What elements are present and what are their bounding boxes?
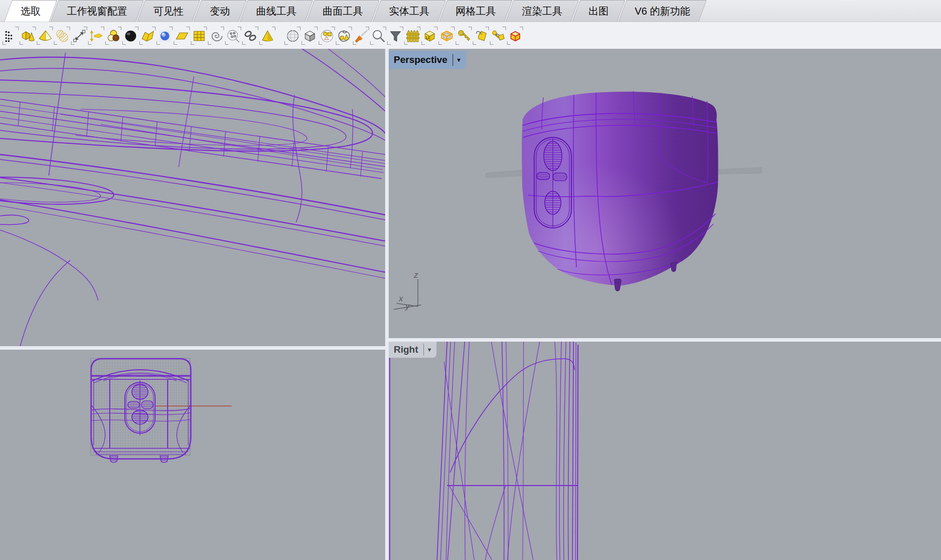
chevron-down-icon[interactable]: ▼: [427, 347, 437, 353]
viewport-bottom-left[interactable]: [0, 350, 385, 560]
axis-y-label: y: [405, 301, 410, 311]
pyramid-icon[interactable]: [259, 25, 276, 46]
lasso-shapes-icon: [337, 29, 351, 43]
parallelogram-icon: [175, 29, 189, 43]
black-sphere-icon[interactable]: [122, 25, 139, 46]
tab-v6-new-features[interactable]: V6 的新功能: [618, 0, 707, 22]
shiny-sphere-icon[interactable]: [156, 25, 173, 46]
tab-label: 出图: [589, 5, 609, 18]
folded-surface-icon: [140, 29, 155, 43]
paintbrush-icon: [354, 29, 369, 43]
black-sphere-icon: [123, 29, 138, 43]
chain-icon[interactable]: [242, 25, 259, 46]
tab-label: 工作视窗配置: [67, 5, 127, 18]
funnel-icon: [388, 29, 403, 43]
viewport-title-right[interactable]: Right ▼: [389, 342, 437, 358]
tab-surface-tools[interactable]: 曲面工具: [306, 0, 380, 22]
key-tag-icon[interactable]: [489, 25, 506, 46]
viewport-top-left[interactable]: [0, 49, 385, 346]
dimension-hand-icon: [89, 29, 104, 43]
tab-label: 可见性: [154, 5, 184, 18]
tab-label: 实体工具: [389, 5, 429, 18]
tab-layout[interactable]: 出图: [572, 0, 625, 22]
shape-set-circle-icon: [320, 29, 334, 43]
axis-x-label: x: [398, 294, 403, 303]
label-divider: [453, 54, 453, 66]
wireframe-right-view: [389, 342, 941, 560]
key-icon[interactable]: [455, 25, 472, 46]
tab-curve-tools[interactable]: 曲线工具: [240, 0, 313, 22]
wireframe-top-left: [0, 49, 385, 346]
dotted-circle-icon[interactable]: [225, 25, 242, 46]
points-grid-icon[interactable]: [2, 25, 19, 46]
tab-mesh-tools[interactable]: 网格工具: [439, 0, 513, 22]
hatched-circles-icon[interactable]: [53, 25, 70, 46]
gray-cube-icon[interactable]: [301, 25, 318, 46]
gray-cube-icon: [303, 29, 317, 43]
viewport-title-label: Right: [394, 344, 418, 355]
points-grid-icon: [4, 29, 18, 43]
tab-render-tools[interactable]: 渲染工具: [505, 0, 579, 22]
magnifier-icon[interactable]: [370, 25, 387, 46]
scale-arrows-icon: [72, 29, 87, 43]
tab-select[interactable]: 选取: [4, 0, 57, 22]
shape-set-circle-icon[interactable]: [318, 25, 335, 46]
dimension-hand-icon[interactable]: [88, 25, 105, 46]
tab-transform[interactable]: 变动: [193, 0, 247, 22]
ribbon-tab-bar: 选取工作视窗配置可见性变动曲线工具曲面工具实体工具网格工具渲染工具出图V6 的新…: [0, 0, 941, 22]
key-tag-icon: [491, 29, 505, 43]
chevron-down-icon[interactable]: ▼: [456, 57, 466, 63]
tag-icon: [474, 29, 488, 43]
hatched-circles-icon: [55, 29, 69, 43]
rice-cooker-model: [522, 91, 718, 291]
scale-arrows-icon[interactable]: [70, 25, 88, 46]
tab-viewport-config[interactable]: 工作视窗配置: [50, 0, 144, 22]
axis-gnomon: z x y: [394, 270, 421, 311]
tag-icon[interactable]: [472, 25, 489, 46]
highlight-box-icon[interactable]: [438, 25, 455, 46]
viewport-title-label: Perspective: [394, 54, 448, 65]
ground-plane-left: [486, 170, 524, 178]
folded-surface-icon[interactable]: [139, 25, 156, 46]
cone-surface-icon[interactable]: [36, 25, 53, 46]
mesh-grid-icon[interactable]: [190, 25, 207, 46]
u-cube-icon[interactable]: U: [421, 25, 438, 46]
funnel-icon[interactable]: [387, 25, 404, 46]
u-cube-icon: U: [422, 29, 437, 43]
tab-visibility[interactable]: 可见性: [137, 0, 200, 22]
tab-solid-tools[interactable]: 实体工具: [373, 0, 446, 22]
svg-text:U: U: [425, 35, 429, 40]
magnifier-icon: [371, 29, 386, 43]
perspective-scene: z x y: [389, 49, 941, 338]
front-view-drawing: [0, 350, 385, 560]
axis-z-label: z: [413, 270, 418, 280]
spiral-icon: [209, 29, 224, 43]
tab-label: 网格工具: [456, 5, 496, 18]
model-foot: [614, 279, 621, 291]
viewport-perspective[interactable]: Perspective ▼: [389, 49, 941, 338]
spiral-icon[interactable]: [207, 25, 225, 46]
color-circles-icon[interactable]: [105, 25, 122, 46]
viewport-title-perspective[interactable]: Perspective ▼: [389, 51, 466, 69]
parallelogram-icon[interactable]: [173, 25, 190, 46]
gray-sphere-icon[interactable]: [284, 25, 301, 46]
red-box-icon[interactable]: [506, 25, 524, 46]
cone-surface-icon: [38, 29, 52, 43]
tab-label: 曲线工具: [256, 5, 297, 18]
main-toolbar: U: [0, 22, 941, 49]
lasso-shapes-icon[interactable]: [335, 25, 352, 46]
ground-plane-right: [717, 168, 762, 174]
fence-icon[interactable]: [404, 25, 421, 46]
box-cone-icon[interactable]: [19, 25, 36, 46]
mesh-grid-icon: [192, 29, 206, 43]
tab-label: V6 的新功能: [635, 5, 690, 18]
viewport-right[interactable]: Right ▼: [389, 342, 941, 560]
label-divider: [423, 344, 424, 356]
dotted-circle-icon: [226, 29, 241, 43]
paintbrush-icon[interactable]: [352, 25, 370, 46]
chain-icon: [243, 29, 258, 43]
pyramid-icon: [260, 29, 275, 43]
tab-label: 选取: [21, 5, 41, 18]
highlight-box-icon: [440, 29, 454, 43]
key-icon: [457, 29, 471, 43]
